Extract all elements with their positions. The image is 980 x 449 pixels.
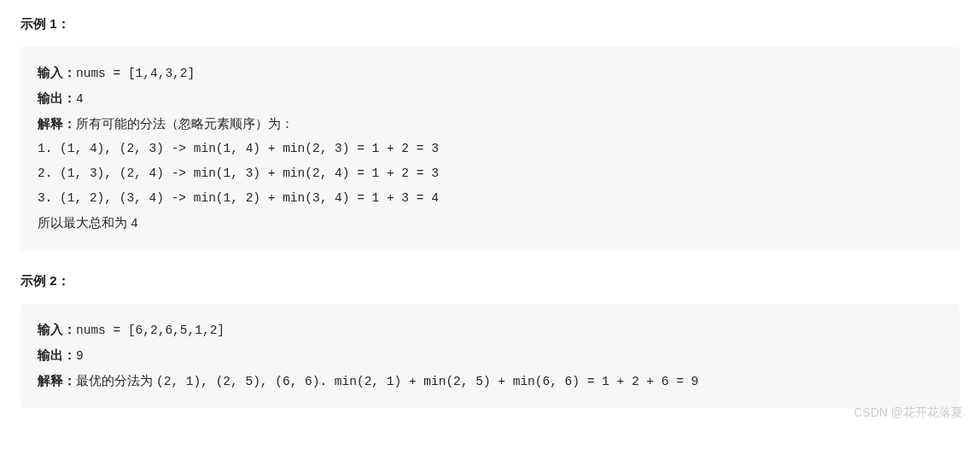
example-1-output-line: 输出：4 [38,86,942,112]
input-value: nums = [6,2,6,5,1,2] [76,324,225,337]
output-value: 9 [76,349,84,363]
example-1-block: 输入：nums = [1,4,3,2] 输出：4 解释：所有可能的分法（忽略元素… [20,47,960,250]
example-2-input-line: 输入：nums = [6,2,6,5,1,2] [38,318,942,343]
example-2-output-line: 输出：9 [38,343,942,369]
output-value: 4 [76,92,84,106]
conclusion-value: 4 [131,217,138,230]
example-1-calc-line-3: 3. (1, 2), (3, 4) -> min(1, 2) + min(3, … [38,186,942,211]
explain-text-a: 最优的分法为 [76,374,156,388]
explain-label: 解释： [38,374,76,388]
example-2-block: 输入：nums = [6,2,6,5,1,2] 输出：9 解释：最优的分法为 (… [20,304,960,408]
input-label: 输入： [38,66,76,79]
example-1-input-line: 输入：nums = [1,4,3,2] [38,61,942,86]
example-1-calc-line-1: 1. (1, 4), (2, 3) -> min(1, 4) + min(2, … [38,137,942,161]
output-label: 输出： [38,348,76,362]
input-value: nums = [1,4,3,2] [76,67,195,80]
example-1-heading: 示例 1： [20,12,960,35]
watermark: CSDN @花开花落夏 [854,402,963,423]
example-2-explain-line: 解释：最优的分法为 (2, 1), (2, 5), (6, 6). min(2,… [38,369,942,394]
output-label: 输出： [38,91,76,105]
example-1-conclusion: 所以最大总和为 4 [38,211,942,236]
explain-text-b: (2, 1), (2, 5), (6, 6). min(2, 1) + min(… [156,375,698,388]
conclusion-text: 所以最大总和为 [38,216,131,230]
explain-intro: 所有可能的分法（忽略元素顺序）为： [76,117,294,131]
example-1-explain-line: 解释：所有可能的分法（忽略元素顺序）为： [38,112,942,137]
input-label: 输入： [38,323,76,336]
example-1-calc-line-2: 2. (1, 3), (2, 4) -> min(1, 3) + min(2, … [38,161,942,186]
explain-label: 解释： [38,117,76,131]
example-2-heading: 示例 2： [20,269,960,292]
